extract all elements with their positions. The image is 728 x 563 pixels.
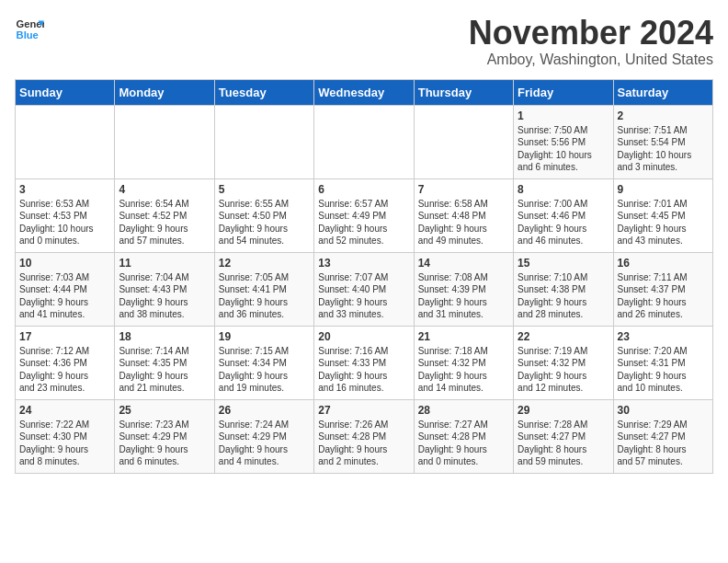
day-number: 4	[119, 183, 210, 196]
day-cell: 17Sunrise: 7:12 AM Sunset: 4:36 PM Dayli…	[16, 326, 115, 399]
weekday-header-monday: Monday	[115, 79, 214, 105]
logo-icon: General Blue	[15, 15, 44, 44]
day-cell: 18Sunrise: 7:14 AM Sunset: 4:35 PM Dayli…	[115, 326, 214, 399]
svg-text:General: General	[17, 18, 44, 29]
day-info: Sunrise: 7:16 AM Sunset: 4:33 PM Dayligh…	[318, 345, 409, 395]
day-cell: 25Sunrise: 7:23 AM Sunset: 4:29 PM Dayli…	[115, 399, 214, 473]
day-cell: 1Sunrise: 7:50 AM Sunset: 5:56 PM Daylig…	[514, 105, 613, 178]
day-number: 19	[219, 330, 310, 343]
day-cell	[414, 105, 513, 178]
week-row-2: 3Sunrise: 6:53 AM Sunset: 4:53 PM Daylig…	[16, 178, 713, 252]
day-cell: 29Sunrise: 7:28 AM Sunset: 4:27 PM Dayli…	[514, 399, 613, 473]
day-info: Sunrise: 7:29 AM Sunset: 4:27 PM Dayligh…	[618, 419, 709, 468]
day-number: 9	[618, 183, 709, 196]
day-cell: 27Sunrise: 7:26 AM Sunset: 4:28 PM Dayli…	[314, 399, 414, 473]
day-number: 6	[318, 183, 409, 196]
day-number: 25	[119, 404, 210, 417]
day-cell: 26Sunrise: 7:24 AM Sunset: 4:29 PM Dayli…	[214, 399, 313, 473]
weekday-header-friday: Friday	[514, 79, 613, 105]
day-info: Sunrise: 7:00 AM Sunset: 4:46 PM Dayligh…	[518, 198, 609, 247]
day-info: Sunrise: 7:22 AM Sunset: 4:30 PM Dayligh…	[19, 419, 110, 468]
day-info: Sunrise: 6:53 AM Sunset: 4:53 PM Dayligh…	[19, 198, 110, 247]
day-cell	[16, 105, 115, 178]
day-info: Sunrise: 7:08 AM Sunset: 4:39 PM Dayligh…	[418, 271, 509, 321]
day-info: Sunrise: 7:10 AM Sunset: 4:38 PM Dayligh…	[518, 271, 609, 321]
day-info: Sunrise: 7:24 AM Sunset: 4:29 PM Dayligh…	[219, 419, 310, 468]
day-info: Sunrise: 7:03 AM Sunset: 4:44 PM Dayligh…	[19, 271, 110, 321]
week-row-1: 1Sunrise: 7:50 AM Sunset: 5:56 PM Daylig…	[16, 105, 713, 178]
day-number: 28	[418, 404, 509, 417]
day-number: 3	[19, 183, 110, 196]
weekday-header-row: SundayMondayTuesdayWednesdayThursdayFrid…	[16, 79, 713, 105]
calendar-table: SundayMondayTuesdayWednesdayThursdayFrid…	[15, 79, 713, 474]
day-cell	[214, 105, 313, 178]
day-number: 2	[618, 109, 709, 122]
month-title: November 2024	[469, 15, 713, 52]
header: General Blue November 2024 Amboy, Washin…	[15, 15, 713, 68]
day-cell: 14Sunrise: 7:08 AM Sunset: 4:39 PM Dayli…	[414, 252, 513, 326]
day-info: Sunrise: 7:23 AM Sunset: 4:29 PM Dayligh…	[119, 419, 210, 468]
day-info: Sunrise: 7:04 AM Sunset: 4:43 PM Dayligh…	[119, 271, 210, 321]
weekday-header-wednesday: Wednesday	[314, 79, 414, 105]
day-cell: 3Sunrise: 6:53 AM Sunset: 4:53 PM Daylig…	[16, 178, 115, 252]
day-number: 18	[119, 330, 210, 343]
day-number: 30	[618, 404, 709, 417]
day-cell: 24Sunrise: 7:22 AM Sunset: 4:30 PM Dayli…	[16, 399, 115, 473]
day-cell: 4Sunrise: 6:54 AM Sunset: 4:52 PM Daylig…	[115, 178, 214, 252]
day-cell: 23Sunrise: 7:20 AM Sunset: 4:31 PM Dayli…	[613, 326, 712, 399]
day-number: 16	[618, 257, 709, 270]
day-cell	[314, 105, 414, 178]
day-cell: 21Sunrise: 7:18 AM Sunset: 4:32 PM Dayli…	[414, 326, 513, 399]
week-row-3: 10Sunrise: 7:03 AM Sunset: 4:44 PM Dayli…	[16, 252, 713, 326]
day-cell: 8Sunrise: 7:00 AM Sunset: 4:46 PM Daylig…	[514, 178, 613, 252]
location-title: Amboy, Washington, United States	[469, 52, 713, 68]
day-info: Sunrise: 7:19 AM Sunset: 4:32 PM Dayligh…	[518, 345, 609, 395]
day-cell: 19Sunrise: 7:15 AM Sunset: 4:34 PM Dayli…	[214, 326, 313, 399]
day-cell: 30Sunrise: 7:29 AM Sunset: 4:27 PM Dayli…	[613, 399, 712, 473]
day-cell: 6Sunrise: 6:57 AM Sunset: 4:49 PM Daylig…	[314, 178, 414, 252]
day-info: Sunrise: 7:20 AM Sunset: 4:31 PM Dayligh…	[618, 345, 709, 395]
day-number: 29	[518, 404, 609, 417]
day-cell: 12Sunrise: 7:05 AM Sunset: 4:41 PM Dayli…	[214, 252, 313, 326]
weekday-header-tuesday: Tuesday	[214, 79, 313, 105]
title-area: November 2024 Amboy, Washington, United …	[469, 15, 713, 68]
day-cell: 10Sunrise: 7:03 AM Sunset: 4:44 PM Dayli…	[16, 252, 115, 326]
day-cell: 28Sunrise: 7:27 AM Sunset: 4:28 PM Dayli…	[414, 399, 513, 473]
weekday-header-saturday: Saturday	[613, 79, 712, 105]
day-info: Sunrise: 6:58 AM Sunset: 4:48 PM Dayligh…	[418, 198, 509, 247]
day-number: 27	[318, 404, 409, 417]
svg-text:Blue: Blue	[17, 29, 39, 40]
day-info: Sunrise: 7:07 AM Sunset: 4:40 PM Dayligh…	[318, 271, 409, 321]
day-number: 22	[518, 330, 609, 343]
day-number: 15	[518, 257, 609, 270]
day-info: Sunrise: 7:28 AM Sunset: 4:27 PM Dayligh…	[518, 419, 609, 468]
day-cell	[115, 105, 214, 178]
day-number: 8	[518, 183, 609, 196]
day-info: Sunrise: 7:12 AM Sunset: 4:36 PM Dayligh…	[19, 345, 110, 395]
day-number: 10	[19, 257, 110, 270]
day-cell: 13Sunrise: 7:07 AM Sunset: 4:40 PM Dayli…	[314, 252, 414, 326]
day-number: 14	[418, 257, 509, 270]
day-number: 11	[119, 257, 210, 270]
day-cell: 11Sunrise: 7:04 AM Sunset: 4:43 PM Dayli…	[115, 252, 214, 326]
day-cell: 7Sunrise: 6:58 AM Sunset: 4:48 PM Daylig…	[414, 178, 513, 252]
day-number: 26	[219, 404, 310, 417]
day-info: Sunrise: 7:05 AM Sunset: 4:41 PM Dayligh…	[219, 271, 310, 321]
day-info: Sunrise: 7:27 AM Sunset: 4:28 PM Dayligh…	[418, 419, 509, 468]
week-row-4: 17Sunrise: 7:12 AM Sunset: 4:36 PM Dayli…	[16, 326, 713, 399]
day-info: Sunrise: 7:26 AM Sunset: 4:28 PM Dayligh…	[318, 419, 409, 468]
day-info: Sunrise: 7:01 AM Sunset: 4:45 PM Dayligh…	[618, 198, 709, 247]
day-number: 23	[618, 330, 709, 343]
day-info: Sunrise: 6:57 AM Sunset: 4:49 PM Dayligh…	[318, 198, 409, 247]
day-number: 17	[19, 330, 110, 343]
weekday-header-sunday: Sunday	[16, 79, 115, 105]
day-number: 7	[418, 183, 509, 196]
day-number: 12	[219, 257, 310, 270]
day-number: 5	[219, 183, 310, 196]
day-info: Sunrise: 7:15 AM Sunset: 4:34 PM Dayligh…	[219, 345, 310, 395]
day-info: Sunrise: 6:55 AM Sunset: 4:50 PM Dayligh…	[219, 198, 310, 247]
day-info: Sunrise: 6:54 AM Sunset: 4:52 PM Dayligh…	[119, 198, 210, 247]
day-number: 20	[318, 330, 409, 343]
day-number: 13	[318, 257, 409, 270]
week-row-5: 24Sunrise: 7:22 AM Sunset: 4:30 PM Dayli…	[16, 399, 713, 473]
